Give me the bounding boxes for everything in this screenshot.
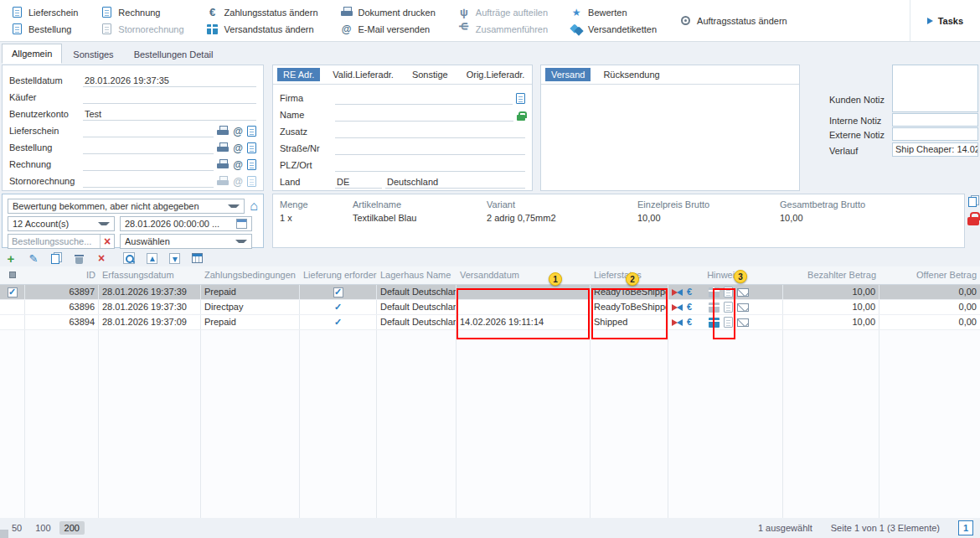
table-row[interactable]: 63896 28.01.2026 19:37:30 Directpay Defa…	[0, 300, 980, 315]
toolbar-bewerten-button[interactable]: Bewerten	[570, 5, 657, 19]
payment-euro-icon[interactable]	[687, 303, 692, 312]
email-icon[interactable]	[233, 177, 243, 187]
land-name-field[interactable]: Deutschland	[385, 177, 525, 189]
order-search-input[interactable]	[8, 236, 100, 246]
print-icon[interactable]	[217, 159, 229, 170]
select-all-icon[interactable]	[9, 272, 16, 278]
kaeufer-field[interactable]	[83, 92, 256, 104]
header-bezahlter-betrag[interactable]: Bezahlter Betrag	[783, 266, 879, 284]
land-code-field[interactable]: DE	[335, 177, 382, 189]
zusatz-field[interactable]	[335, 127, 525, 138]
email-icon[interactable]	[737, 303, 749, 312]
auswaehlen-dropdown[interactable]: Auswählen	[120, 234, 252, 249]
toolbar-email-button[interactable]: E-Mail versenden	[340, 22, 436, 36]
tasks-button[interactable]: Tasks	[910, 0, 980, 41]
tab-allgemein[interactable]: Allgemein	[2, 44, 62, 64]
package-icon[interactable]	[709, 303, 720, 313]
export-icon[interactable]	[167, 251, 182, 265]
payment-euro-icon[interactable]	[687, 318, 692, 327]
row-select-cell[interactable]	[0, 300, 25, 314]
header-hinweise[interactable]: Hinweise	[668, 266, 783, 284]
bestelldatum-field[interactable]: 28.01.2026 19:37:35	[83, 75, 256, 87]
toolbar-zahlungsstatus-button[interactable]: Zahlungsstatus ändern	[206, 5, 318, 19]
select-all-header[interactable]	[0, 266, 25, 284]
table-row[interactable]: 63894 28.01.2026 19:37:09 Prepaid Defaul…	[0, 315, 980, 330]
home-icon[interactable]	[250, 199, 258, 213]
stornorechnung-field[interactable]	[83, 176, 214, 188]
page-size-50[interactable]: 50	[7, 521, 27, 535]
edit-row-icon[interactable]	[26, 251, 41, 265]
header-offener-betrag[interactable]: Offener Betrag	[879, 266, 980, 284]
tab-re-adr[interactable]: RE Adr.	[277, 68, 320, 81]
toolbar-aufteilen-button[interactable]: Aufträge aufteilen	[457, 5, 548, 19]
email-icon[interactable]	[233, 143, 243, 153]
print-icon[interactable]	[217, 142, 229, 153]
header-lagerhaus[interactable]: Lagerhaus Name	[377, 266, 456, 284]
lock-icon[interactable]	[517, 111, 525, 121]
name-field[interactable]	[335, 110, 513, 122]
document-icon[interactable]	[247, 159, 256, 170]
document-icon[interactable]	[247, 176, 256, 187]
locked-icon[interactable]	[967, 212, 979, 225]
tab-bestellungen-detail[interactable]: Bestellungen Detail	[125, 45, 223, 64]
bestellung-field[interactable]	[83, 142, 214, 154]
print-icon[interactable]	[217, 126, 229, 137]
toolbar-rechnung-button[interactable]: Rechnung	[100, 5, 183, 19]
tab-sonstiges[interactable]: Sonstiges	[64, 45, 122, 64]
copy-row-icon[interactable]	[49, 251, 64, 265]
rechnung-field[interactable]	[83, 159, 214, 171]
lieferschein-field[interactable]	[83, 126, 214, 137]
row-select-cell[interactable]	[0, 315, 25, 329]
package-shipped-icon[interactable]	[709, 318, 720, 328]
document-icon[interactable]	[724, 317, 733, 328]
externe-notiz-field[interactable]	[892, 127, 978, 141]
checkbox-checked-icon[interactable]	[8, 287, 18, 297]
table-row[interactable]: 63897 28.01.2026 19:37:39 Prepaid Defaul…	[0, 285, 980, 300]
transfer-icon[interactable]	[672, 303, 683, 313]
toolbar-lieferschein-button[interactable]: Lieferschein	[10, 5, 78, 19]
tab-ruecksendung[interactable]: Rücksendung	[597, 68, 665, 81]
article-name[interactable]: Textilkabel Blau	[353, 213, 416, 223]
toolbar-drucken-button[interactable]: Dokument drucken	[340, 5, 436, 19]
email-icon[interactable]	[233, 160, 243, 170]
current-page-button[interactable]: 1	[958, 520, 973, 535]
document-icon[interactable]	[724, 287, 733, 297]
toolbar-auftragsstatus-button[interactable]: Auftragsstatus ändern	[678, 13, 787, 28]
toolbar-bestellung-button[interactable]: Bestellung	[10, 22, 78, 36]
delete-row-icon[interactable]	[71, 251, 86, 265]
package-icon[interactable]	[709, 287, 720, 297]
row-select-cell[interactable]	[0, 285, 25, 299]
column-layout-icon[interactable]	[189, 251, 204, 265]
email-icon[interactable]	[233, 127, 243, 137]
document-icon[interactable]	[247, 142, 256, 153]
header-lieferung-erforderlich[interactable]: Lieferung erforderli...	[300, 266, 377, 284]
header-versanddatum[interactable]: Versanddatum	[456, 266, 591, 284]
tab-orig-lieferadr[interactable]: Orig.Lieferadr.	[461, 68, 531, 81]
transfer-icon[interactable]	[672, 287, 683, 297]
verlauf-field[interactable]: Ship Cheaper: 14.02...	[892, 142, 978, 157]
date-filter-field[interactable]: 28.01.2026 00:00:00 ...	[120, 216, 252, 231]
add-row-icon[interactable]	[3, 251, 18, 265]
toolbar-versandetiketten-button[interactable]: Versandetiketten	[570, 22, 657, 36]
transfer-icon[interactable]	[672, 318, 683, 328]
strasse-field[interactable]	[335, 143, 525, 155]
document-icon[interactable]	[724, 302, 733, 313]
toolbar-zusammenfuehren-button[interactable]: Zusammenführen	[457, 22, 548, 36]
page-size-200[interactable]: 200	[59, 521, 85, 535]
firma-field[interactable]	[335, 93, 513, 105]
toolbar-versandstatus-button[interactable]: Versandstatus ändern	[206, 22, 318, 36]
header-id[interactable]: ID	[25, 266, 99, 284]
accounts-dropdown[interactable]: 12 Account(s)	[8, 216, 115, 231]
copy-article-icon[interactable]	[968, 195, 979, 207]
import-icon[interactable]	[144, 251, 159, 265]
kunden-notiz-field[interactable]	[892, 65, 978, 112]
rating-filter-dropdown[interactable]: Bewertung bekommen, aber nicht abgegeben	[8, 199, 245, 214]
interne-notiz-field[interactable]	[892, 113, 978, 127]
print-icon[interactable]	[217, 176, 229, 187]
toolbar-stornorechnung-button[interactable]: Stornorechnung	[100, 22, 183, 36]
header-erfassungsdatum[interactable]: Erfassungsdatum	[99, 266, 201, 284]
tab-sonstige[interactable]: Sonstige	[406, 68, 454, 81]
company-doc-icon[interactable]	[516, 93, 525, 104]
document-icon[interactable]	[247, 126, 256, 137]
clear-selection-icon[interactable]	[94, 251, 109, 265]
